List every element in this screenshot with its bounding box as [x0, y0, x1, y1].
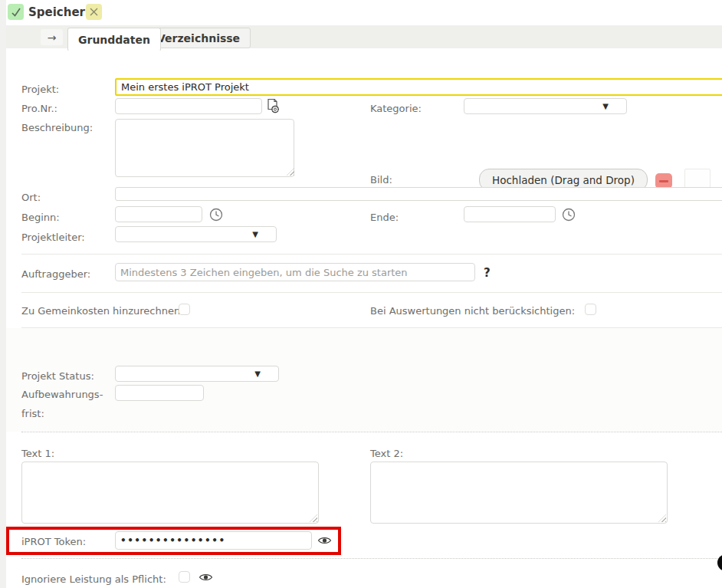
caret-down-icon: ▼ [254, 370, 261, 378]
arrow-right-icon: → [48, 31, 57, 44]
text2-label: Text 2: [370, 448, 403, 459]
divider [21, 254, 722, 255]
aufbewahrungsfrist-label-line2: frist: [21, 408, 44, 419]
tab-grunddaten[interactable]: Grunddaten [67, 28, 161, 51]
collapse-arrow-button[interactable]: → [41, 29, 63, 45]
help-question-mark[interactable]: ? [484, 266, 491, 280]
aufbewahrungsfrist-label-line1: Aufbewahrungs- [21, 389, 103, 400]
ignoriere-leistung-label: Ignoriere Leistung als Pflicht: [21, 573, 166, 585]
pro-nr-label: Pro.Nr.: [21, 103, 57, 114]
ort-input[interactable] [115, 187, 722, 201]
ort-label: Ort: [21, 192, 41, 203]
auswertungen-checkbox[interactable] [585, 304, 596, 315]
iprot-token-label: iPROT Token: [21, 536, 86, 547]
projekt-status-select[interactable]: ▼ [115, 366, 279, 382]
section-background [6, 328, 722, 432]
pro-nr-input[interactable] [115, 98, 262, 114]
text1-textarea[interactable] [21, 462, 319, 524]
auswertungen-label: Bei Auswertungen nicht berücksichtigen: [370, 305, 575, 317]
auftraggeber-input[interactable] [115, 263, 475, 281]
save-button[interactable] [8, 4, 24, 20]
iprot-token-input[interactable] [115, 531, 312, 550]
text1-label: Text 1: [21, 448, 54, 459]
auftraggeber-label: Auftraggeber: [21, 268, 90, 280]
show-token-eye-icon[interactable] [317, 535, 332, 546]
bild-label: Bild: [370, 174, 392, 186]
tab-verzeichnisse[interactable]: Verzeichnisse [146, 28, 251, 48]
gemeinkosten-checkbox[interactable] [179, 304, 190, 315]
dotted-divider [21, 432, 722, 432]
beginn-input[interactable] [115, 206, 202, 222]
kategorie-label: Kategorie: [370, 103, 422, 114]
close-icon [89, 7, 99, 17]
beginn-clock-icon[interactable] [209, 208, 223, 222]
ende-label: Ende: [370, 212, 399, 223]
ignoriere-leistung-checkbox[interactable] [179, 571, 190, 583]
project-form-window: Speichern → Grunddaten Verzeichnisse Pro… [0, 0, 722, 588]
divider [21, 292, 722, 293]
projektleiter-label: Projektleiter: [21, 232, 85, 243]
close-button[interactable] [86, 4, 102, 20]
beschreibung-label: Beschreibung: [21, 122, 93, 133]
aufbewahrungsfrist-input[interactable] [115, 385, 204, 401]
beschreibung-textarea[interactable] [115, 119, 294, 177]
ende-clock-icon[interactable] [562, 208, 576, 222]
left-margin-strip [0, 0, 6, 588]
minus-icon [659, 180, 668, 182]
kategorie-select[interactable]: ▼ [464, 98, 627, 114]
save-button-label: Speichern [28, 5, 94, 19]
projekt-status-label: Projekt Status: [21, 370, 94, 382]
gemeinkosten-label: Zu Gemeinkosten hinzurechnen: [21, 305, 184, 317]
projekt-input[interactable] [115, 78, 722, 96]
beginn-label: Beginn: [21, 212, 60, 223]
caret-down-icon: ▼ [602, 102, 609, 110]
ignoriere-leistung-eye-icon[interactable] [199, 572, 213, 583]
caret-down-icon: ▼ [252, 230, 258, 238]
remove-image-button[interactable] [655, 173, 672, 189]
dotted-divider [21, 558, 722, 559]
floating-action-button[interactable] [717, 554, 722, 571]
ende-input[interactable] [464, 206, 556, 222]
text2-textarea[interactable] [370, 462, 668, 524]
projektleiter-select[interactable]: ▼ [115, 226, 277, 242]
generate-number-icon[interactable] [267, 98, 281, 114]
projekt-label: Projekt: [21, 84, 59, 95]
checkmark-icon [11, 7, 21, 18]
